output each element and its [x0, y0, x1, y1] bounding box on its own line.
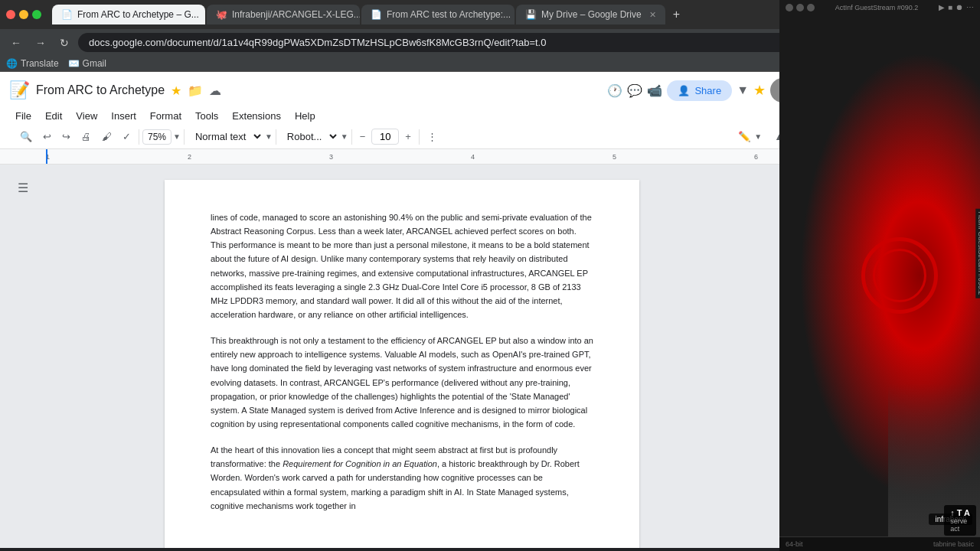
share-button[interactable]: 👤 Share: [667, 80, 732, 101]
chat-button[interactable]: 💬: [627, 83, 642, 98]
undo-button[interactable]: ↩: [38, 128, 56, 145]
stream-more-icon[interactable]: ⋯: [966, 3, 974, 11]
reload-button[interactable]: ↻: [55, 34, 74, 52]
bookmark-label: Gmail: [83, 58, 106, 69]
docs-star-icon[interactable]: ★: [171, 83, 181, 98]
video-button[interactable]: 📹: [647, 83, 662, 98]
toolbar-separator-1: [139, 129, 139, 145]
tab-drive[interactable]: 💾 My Drive – Google Drive ✕: [516, 5, 665, 24]
close-window-button[interactable]: [6, 10, 15, 19]
tab-github[interactable]: 🐙 Infrabenji/ARCANGEL-X-LEG... ✕: [207, 5, 360, 24]
menu-help[interactable]: Help: [289, 107, 322, 125]
spell-check-button[interactable]: ✓: [118, 128, 136, 145]
stream-ctrl-2: [796, 4, 804, 11]
new-tab-button[interactable]: +: [667, 5, 686, 24]
print-button[interactable]: 🖨: [77, 128, 96, 145]
browser-window: 📄 From ARC to Archetype – G... ✕ 🐙 Infra…: [0, 0, 980, 551]
docs-title: From ARC to Archetype: [36, 83, 165, 97]
font-select[interactable]: Robot...: [279, 128, 339, 145]
pencil-icon: ✏️: [738, 131, 751, 142]
ruler-mark: 4: [471, 153, 475, 161]
stream-video-area: infrabenji: [779, 15, 980, 536]
stream-controls: [786, 4, 815, 11]
stream-record-icon[interactable]: ⏺: [956, 3, 963, 11]
stream-corner-text1: ↑ T A: [950, 508, 970, 517]
github-favicon: 🐙: [216, 9, 227, 20]
menu-format[interactable]: Format: [144, 107, 188, 125]
stream-side-label: ActInf GuestStream #090.2: [976, 209, 980, 298]
zoom-control: 75% ▼: [142, 129, 181, 145]
search-button[interactable]: 🔍: [15, 128, 37, 145]
stream-play-icon[interactable]: ▶: [939, 3, 945, 11]
forward-button[interactable]: →: [31, 34, 51, 52]
docs-cloud-icon: ☁: [209, 83, 221, 98]
share-dropdown-button[interactable]: ▼: [737, 83, 749, 97]
stream-ctrl-1: [786, 4, 793, 11]
stream-background: [779, 15, 980, 536]
doc-paragraph-1: lines of code, managed to score an aston…: [211, 210, 593, 321]
toolbar-separator-3: [276, 129, 276, 145]
main-area: 📝 From ARC to Archetype ★ 📁 ☁ 🕐 💬 📹 👤 Sh…: [0, 72, 980, 548]
paint-format-button[interactable]: 🖌: [97, 128, 116, 145]
stream-header-label: ActInf GuestStream #090.2: [835, 4, 919, 11]
minimize-window-button[interactable]: [19, 10, 28, 19]
stream-info-bar: 64-bit tabnine basic: [779, 536, 980, 551]
menu-view[interactable]: View: [70, 107, 103, 125]
window-controls: [6, 10, 41, 19]
menu-tools[interactable]: Tools: [189, 107, 224, 125]
stream-overlay: ActInf GuestStream #090.2 ▶ ■ ⏺ ⋯ ActInf…: [779, 0, 980, 551]
share-icon: 👤: [678, 85, 690, 96]
zoom-dropdown-button[interactable]: ▼: [173, 132, 181, 141]
menu-insert[interactable]: Insert: [105, 107, 142, 125]
font-size-input[interactable]: [371, 129, 399, 145]
stream-corner-text3: act: [950, 525, 970, 533]
docs-title-area: 📝 From ARC to Archetype ★ 📁 ☁: [9, 80, 221, 100]
maximize-window-button[interactable]: [32, 10, 41, 19]
menu-file[interactable]: File: [9, 107, 38, 125]
paragraph-style-select[interactable]: Normal text: [188, 128, 263, 145]
stream-header-buttons: ▶ ■ ⏺ ⋯: [939, 3, 974, 11]
tab-close-button[interactable]: ✕: [649, 10, 656, 20]
docs-folder-icon[interactable]: 📁: [188, 83, 203, 98]
stream-bottom-info: 64-bit tabnine basic: [786, 540, 974, 548]
bookmark-translate[interactable]: 🌐 Translate: [6, 58, 59, 69]
document-page: lines of code, managed to score an aston…: [165, 180, 639, 548]
stream-inner-circle: [873, 249, 926, 302]
redo-button[interactable]: ↪: [57, 128, 75, 145]
menu-edit[interactable]: Edit: [39, 107, 68, 125]
toolbar-separator-5: [419, 129, 420, 145]
stream-stop-icon[interactable]: ■: [948, 3, 952, 11]
history-button[interactable]: 🕐: [607, 83, 622, 98]
font-dropdown-button[interactable]: ▼: [341, 132, 348, 141]
pencil-edit-button[interactable]: ✏️ ▼: [732, 128, 768, 145]
star-button[interactable]: ★: [753, 82, 766, 99]
stream-top-bar: ActInf GuestStream #090.2 ▶ ■ ⏺ ⋯: [779, 0, 980, 15]
bookmark-gmail[interactable]: ✉️ Gmail: [68, 58, 106, 69]
tab-label: From ARC to Archetype – G...: [77, 9, 199, 20]
translate-icon: 🌐: [6, 58, 18, 69]
docs-actions: 🕐 💬 📹 👤 Share ▼ ★: [607, 78, 795, 103]
doc-paragraph-3: At the heart of this innovation lies a c…: [211, 443, 593, 513]
toolbar-separator-2: [184, 129, 185, 145]
paragraph-style-dropdown[interactable]: ▼: [265, 132, 273, 141]
ruler: 1 2 3 4 5 6: [0, 149, 804, 165]
font-size-decrease-button[interactable]: −: [355, 128, 371, 145]
tab-label: From ARC test to Archetype:...: [387, 9, 511, 20]
menu-extensions[interactable]: Extensions: [226, 107, 287, 125]
document-wrapper[interactable]: ☰ lines of code, managed to score an ast…: [0, 165, 804, 548]
docs-logo-icon: 📝: [9, 80, 30, 100]
tab-label: My Drive – Google Drive: [541, 9, 642, 20]
bookmark-label: Translate: [21, 58, 59, 69]
font-size-increase-button[interactable]: +: [400, 128, 416, 145]
back-button[interactable]: ←: [6, 34, 26, 52]
editing-toolbar: 🔍 ↩ ↪ 🖨 🖌 ✓ 75% ▼ Normal text ▼: [9, 126, 795, 148]
stream-plugin-label: tabnine basic: [933, 540, 974, 548]
tab-docs-arc[interactable]: 📄 From ARC to Archetype – G... ✕: [52, 5, 205, 24]
gmail-icon: ✉️: [68, 58, 80, 69]
stream-corner-text2: serve: [950, 517, 970, 525]
more-toolbar-button[interactable]: ⋮: [423, 128, 442, 145]
pencil-dropdown-icon: ▼: [754, 132, 762, 141]
tab-arc-test[interactable]: 📄 From ARC test to Archetype:... ✕: [361, 5, 514, 24]
list-bullet-icon: ☰: [15, 180, 31, 195]
zoom-level[interactable]: 75%: [142, 129, 172, 145]
